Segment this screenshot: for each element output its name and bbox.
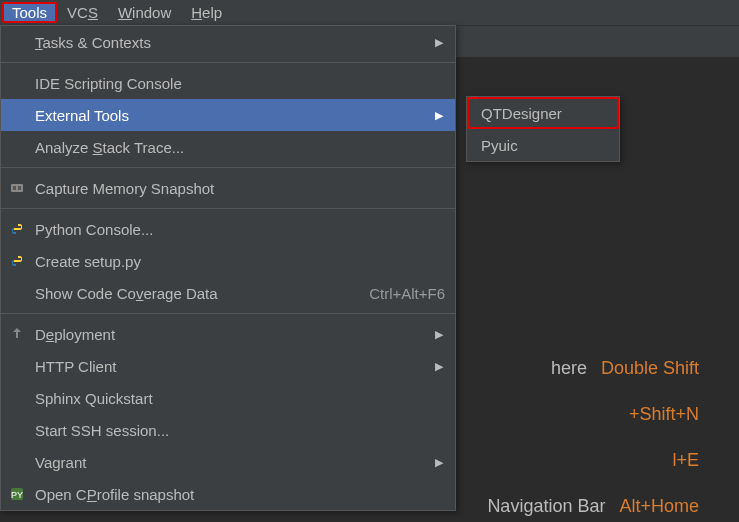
menu-tasks-contexts[interactable]: Tasks & Contexts ▶ bbox=[1, 26, 455, 58]
external-tools-submenu: QTDesigner Pyuic bbox=[466, 96, 620, 162]
submenu-qtdesigner[interactable]: QTDesigner bbox=[467, 97, 619, 129]
python-icon bbox=[7, 251, 27, 271]
hint-search-everywhere: here Double Shift bbox=[487, 345, 699, 391]
welcome-hints: here Double Shift +Shift+N l+E Navigatio… bbox=[487, 345, 699, 522]
deployment-icon bbox=[7, 324, 27, 344]
hint-recent: l+E bbox=[487, 437, 699, 483]
memory-icon bbox=[7, 178, 27, 198]
menu-analyze-stack-trace[interactable]: Analyze Stack Trace... bbox=[1, 131, 455, 163]
chevron-right-icon: ▶ bbox=[435, 456, 443, 469]
menu-http-client[interactable]: HTTP Client ▶ bbox=[1, 350, 455, 382]
separator bbox=[1, 208, 455, 209]
menu-capture-memory[interactable]: Capture Memory Snapshot bbox=[1, 172, 455, 204]
svg-rect-0 bbox=[11, 184, 23, 192]
chevron-right-icon: ▶ bbox=[435, 360, 443, 373]
hint-goto-file: +Shift+N bbox=[487, 391, 699, 437]
shortcut-text: l+E bbox=[672, 450, 699, 471]
cprofile-icon: PY bbox=[7, 484, 27, 504]
hint-nav-bar: Navigation Bar Alt+Home bbox=[487, 483, 699, 522]
menu-tools[interactable]: Tools bbox=[2, 2, 57, 23]
menu-external-tools[interactable]: External Tools ▶ bbox=[1, 99, 455, 131]
menu-show-code-coverage[interactable]: Show Code Coverage Data Ctrl+Alt+F6 bbox=[1, 277, 455, 309]
menu-python-console[interactable]: Python Console... bbox=[1, 213, 455, 245]
svg-rect-1 bbox=[13, 186, 16, 190]
shortcut-text: Ctrl+Alt+F6 bbox=[369, 285, 445, 302]
separator bbox=[1, 167, 455, 168]
menu-start-ssh[interactable]: Start SSH session... bbox=[1, 414, 455, 446]
separator bbox=[1, 313, 455, 314]
menu-ide-scripting[interactable]: IDE Scripting Console bbox=[1, 67, 455, 99]
menu-sphinx-quickstart[interactable]: Sphinx Quickstart bbox=[1, 382, 455, 414]
svg-rect-2 bbox=[18, 186, 21, 190]
shortcut-text: Double Shift bbox=[601, 358, 699, 379]
menu-open-cprofile[interactable]: PY Open CProfile snapshot bbox=[1, 478, 455, 510]
svg-text:PY: PY bbox=[11, 490, 23, 500]
tools-dropdown: Tasks & Contexts ▶ IDE Scripting Console… bbox=[0, 25, 456, 511]
chevron-right-icon: ▶ bbox=[435, 328, 443, 341]
submenu-pyuic[interactable]: Pyuic bbox=[467, 129, 619, 161]
menu-deployment[interactable]: Deployment ▶ bbox=[1, 318, 455, 350]
chevron-right-icon: ▶ bbox=[435, 109, 443, 122]
shortcut-text: Alt+Home bbox=[619, 496, 699, 517]
python-icon bbox=[7, 219, 27, 239]
menu-vcs[interactable]: VCS bbox=[57, 2, 108, 23]
menubar: Tools VCS Window Help bbox=[0, 0, 739, 25]
chevron-right-icon: ▶ bbox=[435, 36, 443, 49]
shortcut-text: +Shift+N bbox=[629, 404, 699, 425]
menu-vagrant[interactable]: Vagrant ▶ bbox=[1, 446, 455, 478]
separator bbox=[1, 62, 455, 63]
menu-create-setup-py[interactable]: Create setup.py bbox=[1, 245, 455, 277]
menu-help[interactable]: Help bbox=[181, 2, 232, 23]
menu-window[interactable]: Window bbox=[108, 2, 181, 23]
